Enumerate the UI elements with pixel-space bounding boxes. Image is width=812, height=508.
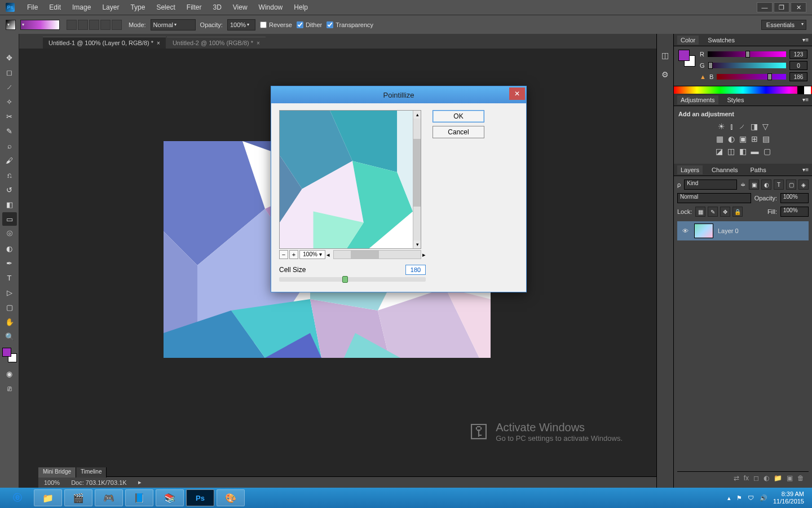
scroll-right-icon[interactable]: ▸ (422, 251, 426, 259)
winrar-taskbar-icon[interactable]: 📚 (156, 489, 184, 506)
ie-taskbar-icon[interactable]: ⓔ (3, 489, 32, 506)
app-taskbar-icon[interactable]: 🎮 (95, 489, 123, 506)
scroll-down-icon[interactable]: ▾ (413, 240, 421, 248)
preview-zoom-readout[interactable]: 100% ▾ (299, 250, 325, 259)
ok-button[interactable]: OK (433, 110, 484, 122)
scroll-up-icon[interactable]: ▴ (413, 111, 421, 119)
app-taskbar-icon[interactable]: 🎬 (64, 489, 92, 506)
system-tray: ▴ ⚑ 🛡 🔊 8:39 AM 11/16/2015 (727, 491, 809, 505)
filter-preview[interactable]: ▴ ▾ (279, 110, 421, 249)
pointillize-dialog: Pointillize ✕ ▴ (271, 86, 527, 292)
windows-taskbar: ⓔ 📁 🎬 🎮 📘 📚 Ps 🎨 ▴ ⚑ 🛡 🔊 8:39 AM 11/16/2… (0, 488, 812, 508)
taskbar-clock[interactable]: 8:39 AM 11/16/2015 (773, 491, 804, 505)
tray-chevron-icon[interactable]: ▴ (727, 494, 731, 502)
volume-icon[interactable]: 🔊 (760, 494, 767, 502)
zoom-in-button[interactable]: + (289, 250, 298, 259)
cancel-button[interactable]: Cancel (433, 126, 484, 138)
cell-size-label: Cell Size (279, 266, 400, 274)
app-taskbar-icon[interactable]: 📘 (125, 489, 153, 506)
explorer-taskbar-icon[interactable]: 📁 (34, 489, 62, 506)
preview-scroll-v[interactable]: ▴ ▾ (413, 111, 421, 248)
cell-size-slider[interactable] (279, 277, 426, 282)
modal-scrim: Pointillize ✕ ▴ (0, 0, 812, 508)
dialog-close-button[interactable]: ✕ (509, 87, 525, 100)
cell-size-input[interactable] (405, 265, 426, 275)
dialog-title: Pointillize (383, 91, 414, 99)
preview-scroll-h[interactable] (333, 250, 421, 259)
dialog-titlebar[interactable]: Pointillize ✕ (271, 86, 526, 103)
action-center-icon[interactable]: ⚑ (736, 494, 742, 502)
zoom-out-button[interactable]: − (279, 250, 288, 259)
paint-taskbar-icon[interactable]: 🎨 (217, 489, 245, 506)
security-icon[interactable]: 🛡 (748, 494, 754, 501)
photoshop-taskbar-icon[interactable]: Ps (186, 489, 214, 506)
scroll-left-icon[interactable]: ◂ (326, 251, 330, 259)
